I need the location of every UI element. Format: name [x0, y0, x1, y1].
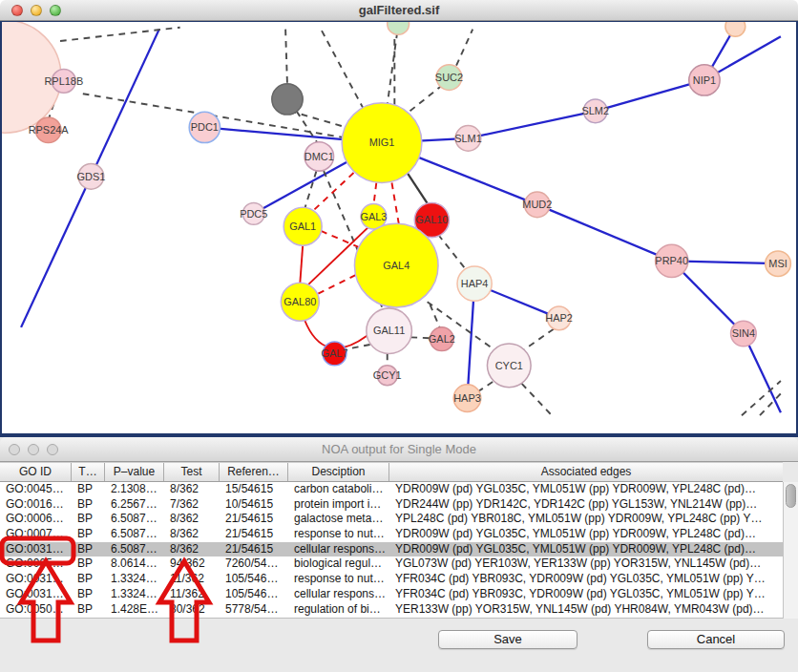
edge[interactable]: [388, 32, 397, 104]
table-row[interactable]: GO:0045…BP2.1308…8/36215/54615carbon cat…: [0, 482, 783, 497]
node-GAL11[interactable]: GAL11: [367, 308, 412, 354]
node-label: GDS1: [76, 171, 105, 182]
edge[interactable]: [304, 171, 316, 209]
cell: protein import i…: [288, 497, 389, 513]
node-GCY1[interactable]: GCY1: [373, 366, 402, 386]
cell: BP: [72, 497, 105, 513]
network-canvas[interactable]: RPL18BRPS24AGDS1PDC1PDC5MIG1DMC1SUC2SLM1…: [0, 21, 798, 437]
cell: YPL248C (pd) YBR018C, YML051W (pp) YDR00…: [389, 512, 783, 527]
column-header-2[interactable]: P–value: [105, 463, 164, 481]
cell: GO:0016…: [0, 497, 72, 513]
cell: 8.0614…: [105, 556, 164, 572]
edge[interactable]: [410, 86, 442, 112]
edge[interactable]: [318, 274, 358, 294]
edge[interactable]: [456, 30, 472, 66]
edge[interactable]: [321, 30, 364, 110]
edge[interactable]: [522, 384, 552, 415]
node-green-top[interactable]: [388, 22, 410, 34]
node-SUC2[interactable]: SUC2: [435, 65, 463, 91]
node-PDC5[interactable]: PDC5: [240, 202, 267, 224]
node-PRP40[interactable]: PRP40: [655, 244, 688, 277]
save-button[interactable]: Save: [438, 630, 578, 649]
edge[interactable]: [438, 235, 467, 270]
edge[interactable]: [479, 382, 493, 391]
column-header-3[interactable]: Test: [164, 463, 220, 481]
cell: 8/362: [164, 512, 220, 527]
node-NIP1[interactable]: NIP1: [689, 65, 720, 95]
table-row[interactable]: GO:0016…BP6.2567…7/36210/54615protein im…: [0, 497, 783, 513]
node-PDC1[interactable]: PDC1: [189, 112, 220, 142]
node-SLM2[interactable]: SLM2: [581, 99, 609, 123]
cell: GO:0050…: [0, 602, 72, 618]
node-label: HAP4: [461, 278, 489, 289]
edge[interactable]: [373, 182, 376, 204]
edge[interactable]: [391, 182, 399, 225]
table-row[interactable]: GO:0031…BP6.5087…8/36221/54615cellular r…: [0, 542, 783, 557]
table-row[interactable]: GO:0006…BP6.5087…8/36221/54615galactose …: [0, 512, 783, 527]
node-label: NIP1: [693, 74, 716, 86]
table-row[interactable]: GO:0050…BP1.428E…80/3625778/54…regulatio…: [0, 602, 783, 618]
cell: galactose meta…: [288, 512, 389, 527]
cell: 5778/54…: [220, 602, 288, 618]
node-MUD2[interactable]: MUD2: [522, 192, 552, 218]
node-CYC1[interactable]: CYC1: [487, 344, 531, 388]
edge[interactable]: [430, 304, 439, 328]
cell: response to nut…: [288, 572, 389, 587]
node-label: RPS24A: [29, 124, 70, 136]
column-header-1[interactable]: T…: [72, 463, 105, 481]
node-GDS1[interactable]: GDS1: [76, 164, 105, 190]
network-graph: RPL18BRPS24AGDS1PDC1PDC5MIG1DMC1SUC2SLM1…: [2, 22, 798, 437]
edge[interactable]: [537, 204, 672, 261]
cancel-button[interactable]: Cancel: [647, 630, 785, 649]
table-row[interactable]: GO:0065…BP8.0614…94/3627260/54…biologica…: [0, 556, 783, 572]
node-GAL2[interactable]: GAL2: [429, 327, 455, 351]
node-label: SLM1: [454, 133, 482, 144]
edge[interactable]: [596, 80, 704, 111]
edge[interactable]: [468, 111, 595, 138]
edge[interactable]: [300, 245, 303, 283]
edge[interactable]: [297, 111, 320, 145]
column-header-0[interactable]: GO ID: [0, 463, 72, 481]
node-peach-top-right[interactable]: [725, 22, 746, 36]
node-unnamed-gray[interactable]: [272, 84, 303, 115]
cell: 11/362: [164, 572, 220, 587]
cell: 94/362: [164, 556, 220, 572]
node-label: GCY1: [373, 369, 402, 381]
node-label: GAL7: [322, 347, 348, 359]
cell: BP: [72, 572, 105, 587]
cell: YDR009W (pd) YGL035C, YML051W (pp) YDR00…: [389, 482, 783, 497]
node-HAP2[interactable]: HAP2: [545, 306, 573, 330]
node-GAL80[interactable]: GAL80: [281, 283, 319, 321]
table-row[interactable]: GO:0031…BP1.3324…11/362105/546…response …: [0, 572, 783, 587]
cell: BP: [72, 587, 105, 602]
node-GAL7[interactable]: GAL7: [322, 342, 348, 366]
edge[interactable]: [285, 30, 287, 86]
cell: 7/362: [164, 497, 220, 513]
node-GAL4[interactable]: GAL4: [354, 223, 438, 307]
node-SIN4[interactable]: SIN4: [731, 321, 757, 346]
cell: GO:0065…: [0, 556, 72, 572]
cell: 21/54615: [220, 512, 288, 527]
table-row[interactable]: GO:0007…BP6.5087…8/36221/54615response t…: [0, 527, 783, 542]
column-header-4[interactable]: Referen…: [220, 463, 288, 481]
column-header-5[interactable]: Desciption: [288, 463, 389, 481]
scrollbar-thumb[interactable]: [786, 484, 796, 508]
column-header-6[interactable]: Associated edges: [389, 463, 783, 481]
table-row[interactable]: GO:0031…BP1.3324…11/362105/546…cellular …: [0, 587, 783, 602]
node-HAP3[interactable]: HAP3: [453, 385, 481, 412]
node-MSI[interactable]: MSI: [766, 251, 791, 277]
network-titlebar[interactable]: galFiltered.sif: [0, 0, 798, 21]
node-HAP4[interactable]: HAP4: [457, 266, 492, 301]
table-scrollbar[interactable]: [783, 482, 798, 619]
noa-titlebar[interactable]: NOA output for Single Mode: [0, 437, 798, 462]
cell: 1.428E…: [105, 602, 164, 618]
edge[interactable]: [524, 329, 554, 350]
node-DMC1[interactable]: DMC1: [304, 142, 334, 171]
node-GAL1[interactable]: GAL1: [284, 207, 322, 245]
node-label: GAL3: [360, 211, 387, 222]
edge[interactable]: [408, 173, 429, 204]
node-MIG1[interactable]: MIG1: [342, 103, 422, 183]
edge[interactable]: [60, 28, 180, 41]
node-SLM1[interactable]: SLM1: [454, 126, 482, 152]
cell: 21/54615: [220, 527, 288, 542]
